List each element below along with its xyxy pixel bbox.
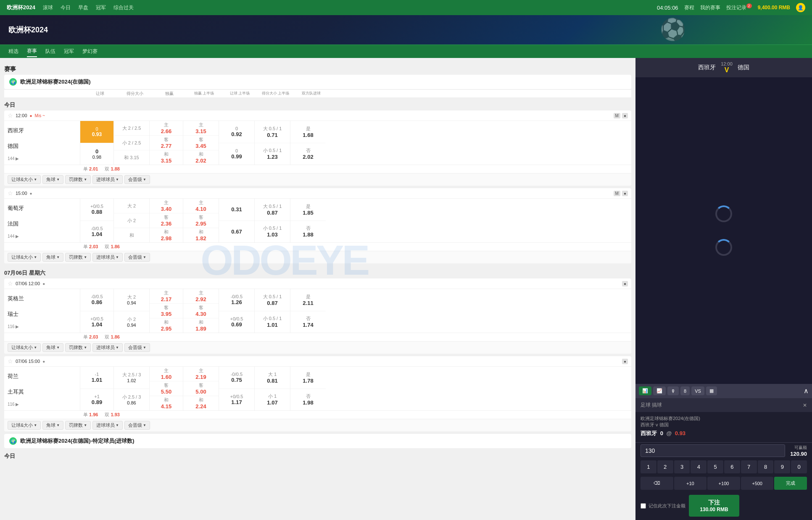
handicap-away-1[interactable]: 0 0.98: [80, 143, 113, 165]
single-draw-3[interactable]: 和 2.95: [150, 318, 183, 333]
half-single-home-4[interactable]: 主 2.19: [183, 367, 219, 381]
subnav-fantasy[interactable]: 梦幻赛: [82, 46, 98, 57]
half-single-draw-4[interactable]: 和 2.24: [183, 396, 219, 410]
half-hc-away-1[interactable]: 0 0.99: [219, 143, 254, 165]
match-icon-circle-2[interactable]: ●: [622, 191, 628, 196]
ml-yes-1[interactable]: 是 1.68: [290, 121, 326, 143]
single-home-3[interactable]: 主 2.17: [150, 289, 183, 304]
match-icon-circle-4[interactable]: ●: [622, 359, 628, 364]
nav-rolling[interactable]: 滚球: [43, 4, 53, 11]
nav-schedule[interactable]: 赛程: [684, 4, 694, 11]
favorite-star-4[interactable]: ☆: [8, 358, 13, 365]
half-single-away-1[interactable]: 客 3.45: [183, 136, 219, 150]
ml-no-1[interactable]: 否 2.02: [290, 143, 326, 165]
filter-league-4[interactable]: 会晋级 ▼: [124, 421, 150, 430]
handicap-away-4[interactable]: +1 0.89: [80, 389, 113, 411]
filter-corner-1[interactable]: 角球 ▼: [42, 175, 63, 184]
subnav-event[interactable]: 赛事: [27, 46, 37, 57]
numpad-delete[interactable]: ⌫: [641, 477, 673, 490]
size-home-1[interactable]: 大 2 / 2.5: [114, 121, 149, 136]
rp-expand-btn[interactable]: ∧: [804, 387, 809, 395]
favorite-star-1[interactable]: ☆: [8, 112, 13, 119]
filter-handicap-2[interactable]: 让球&大小 ▼: [8, 253, 41, 262]
single-home-1[interactable]: 主 2.66: [150, 121, 183, 136]
handicap-home-2[interactable]: +0/0.5 0.88: [80, 199, 113, 221]
tournament-name-1[interactable]: 欧洲足球锦标赛2024(在德国): [20, 78, 91, 86]
size-away-2[interactable]: 小 2: [114, 213, 149, 228]
bet-slip-close-btn[interactable]: ✕: [803, 402, 807, 408]
filter-card-2[interactable]: 罚牌数 ▼: [65, 253, 91, 262]
single-draw-2[interactable]: 和 2.98: [150, 228, 183, 242]
nav-bet-record[interactable]: 投注记录2: [726, 4, 752, 11]
half-single-home-1[interactable]: 主 3.15: [183, 121, 219, 136]
numpad-1[interactable]: 1: [641, 460, 656, 473]
size-draw-1[interactable]: 和 3.15: [114, 150, 149, 165]
half-hc-home-4[interactable]: -0/0.5 0.75: [219, 367, 254, 389]
filter-corner-4[interactable]: 角球 ▼: [42, 421, 63, 430]
nav-my-event[interactable]: 我的赛事: [700, 4, 720, 11]
single-home-2[interactable]: 主 3.40: [150, 199, 183, 213]
both-no-2[interactable]: 小 0.5 / 1 1.03: [255, 221, 290, 243]
ml-no-3[interactable]: 否 1.74: [290, 311, 326, 333]
both-yes-2[interactable]: 大 0.5 / 1 0.87: [255, 199, 290, 221]
single-away-3[interactable]: 客 3.95: [150, 304, 183, 318]
numpad-plus10[interactable]: +10: [674, 477, 707, 490]
size-away-4[interactable]: 小 2.5 / 3 0.86: [114, 389, 149, 411]
handicap-home-3[interactable]: -0/0.5 0.86: [80, 289, 113, 311]
filter-card-1[interactable]: 罚牌数 ▼: [65, 175, 91, 184]
numpad-3[interactable]: 3: [674, 460, 690, 473]
filter-league-1[interactable]: 会晋级 ▼: [124, 175, 150, 184]
ml-no-2[interactable]: 否 1.88: [290, 221, 326, 243]
size-away-1[interactable]: 小 2 / 2.5: [114, 136, 149, 150]
match-icon-circle-3[interactable]: ●: [622, 281, 628, 286]
numpad-0[interactable]: 0: [791, 460, 807, 473]
size-home-4[interactable]: 大 2.5 / 3 1.02: [114, 367, 149, 389]
half-hc-away-2[interactable]: 0.67: [219, 221, 254, 243]
half-hc-home-2[interactable]: 0.31: [219, 199, 254, 221]
half-single-away-4[interactable]: 客 5.00: [183, 381, 219, 396]
filter-player-1[interactable]: 进球球员 ▼: [92, 175, 123, 184]
handicap-away-2[interactable]: -0/0.5 1.04: [80, 221, 113, 243]
rp-tool-stats[interactable]: 📊: [639, 386, 651, 395]
remember-checkbox[interactable]: [641, 503, 646, 509]
filter-handicap-4[interactable]: 让球&大小 ▼: [8, 421, 41, 430]
match-icon-m-2[interactable]: M: [614, 191, 620, 196]
ml-yes-4[interactable]: 是 1.78: [290, 367, 326, 389]
half-single-home-3[interactable]: 主 2.92: [183, 289, 219, 304]
bet-submit-button[interactable]: 下注 130.00 RMB: [689, 495, 739, 517]
filter-league-2[interactable]: 会晋级 ▼: [124, 253, 150, 262]
ml-yes-3[interactable]: 是 2.11: [290, 289, 326, 311]
half-single-away-2[interactable]: 客 2.95: [183, 213, 219, 228]
filter-league-3[interactable]: 会晋级 ▼: [124, 343, 150, 352]
filter-handicap-3[interactable]: 让球&大小 ▼: [8, 343, 41, 352]
user-avatar[interactable]: 👤: [796, 3, 805, 12]
half-hc-away-4[interactable]: +0/0.5 1.17: [219, 389, 254, 411]
rp-tool-mic[interactable]: 🎙: [667, 386, 679, 395]
numpad-9[interactable]: 9: [774, 460, 790, 473]
filter-card-4[interactable]: 罚牌数 ▼: [65, 421, 91, 430]
both-no-3[interactable]: 小 0.5 / 1 1.01: [255, 311, 290, 333]
half-single-draw-2[interactable]: 和 1.82: [183, 228, 219, 242]
nav-champion[interactable]: 冠军: [96, 4, 106, 11]
subnav-champion[interactable]: 冠军: [64, 46, 74, 57]
match-icon-circle[interactable]: ●: [622, 113, 628, 118]
half-single-draw-3[interactable]: 和 1.89: [183, 318, 219, 333]
numpad-7[interactable]: 7: [741, 460, 757, 473]
rp-tool-8[interactable]: 8: [680, 386, 690, 395]
half-hc-away-3[interactable]: +0/0.5 0.69: [219, 311, 254, 333]
nav-combo[interactable]: 综合过关: [113, 4, 134, 11]
half-hc-home-3[interactable]: -0/0.5 1.26: [219, 289, 254, 311]
match-icon-m[interactable]: M: [614, 113, 620, 118]
numpad-6[interactable]: 6: [724, 460, 740, 473]
half-hc-home-1[interactable]: 0 0.92: [219, 121, 254, 143]
single-draw-1[interactable]: 和 3.15: [150, 150, 183, 165]
size-draw-2[interactable]: 和: [114, 228, 149, 242]
filter-card-3[interactable]: 罚牌数 ▼: [65, 343, 91, 352]
numpad-complete[interactable]: 完成: [774, 477, 807, 490]
both-yes-4[interactable]: 大 1 0.81: [255, 367, 290, 389]
size-home-3[interactable]: 大 2 0.94: [114, 289, 149, 311]
filter-player-4[interactable]: 进球球员 ▼: [92, 421, 123, 430]
filter-player-2[interactable]: 进球球员 ▼: [92, 253, 123, 262]
size-home-2[interactable]: 大 2: [114, 199, 149, 213]
both-yes-1[interactable]: 大 0.5 / 1 0.71: [255, 121, 290, 143]
